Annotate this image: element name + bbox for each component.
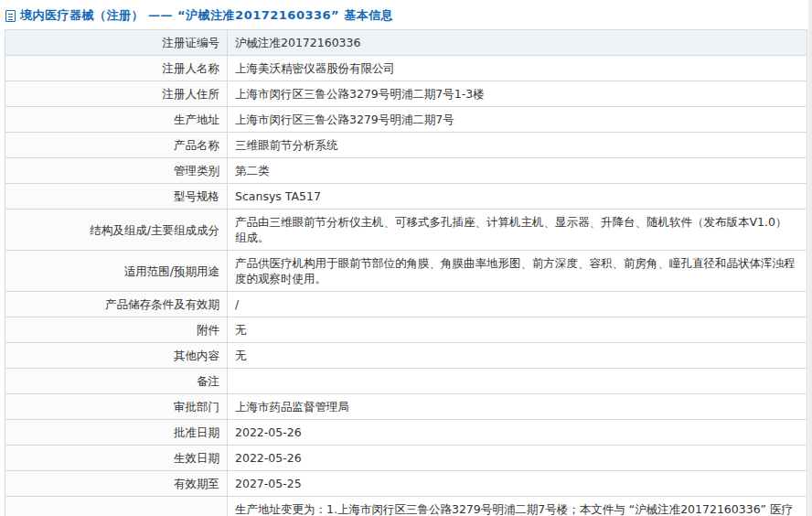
row-label: 生效日期 <box>5 446 228 471</box>
row-label: 管理类别 <box>5 158 228 184</box>
row-value: 第二类 <box>228 158 807 184</box>
registration-info-page: 境内医疗器械（注册） —— “沪械注准20172160336” 基本信息 注册证… <box>0 0 808 516</box>
table-row: 注册人名称上海美沃精密仪器股份有限公司 <box>5 56 807 81</box>
viewport: 境内医疗器械（注册） —— “沪械注准20172160336” 基本信息 注册证… <box>0 0 812 516</box>
row-label: 变更情况 <box>5 497 228 516</box>
row-label: 适用范围/预期用途 <box>5 251 228 292</box>
page-title: 境内医疗器械（注册） —— “沪械注准20172160336” 基本信息 <box>20 7 393 24</box>
row-value: 无 <box>228 317 807 343</box>
row-value: 2022-05-26 <box>228 420 807 446</box>
row-label: 注册人名称 <box>5 56 228 81</box>
row-label: 备注 <box>5 369 228 394</box>
row-value: 三维眼前节分析系统 <box>228 133 807 158</box>
page-header: 境内医疗器械（注册） —— “沪械注准20172160336” 基本信息 <box>0 0 808 29</box>
row-label: 附件 <box>5 317 228 343</box>
table-row: 变更情况生产地址变更为：1.上海市闵行区三鲁公路3279号明浦二期7号楼；本文件… <box>5 497 807 516</box>
row-label: 有效期至 <box>5 471 228 497</box>
row-value: / <box>228 292 807 317</box>
row-value: 2027-05-25 <box>228 471 807 497</box>
table-row: 备注 <box>5 369 807 394</box>
row-value <box>228 369 807 394</box>
table-row: 产品名称三维眼前节分析系统 <box>5 133 807 158</box>
table-row: 注册人住所上海市闵行区三鲁公路3279号明浦二期7号1-3楼 <box>5 81 807 107</box>
row-label: 其他内容 <box>5 343 228 369</box>
table-row: 产品储存条件及有效期/ <box>5 292 807 317</box>
row-label: 审批部门 <box>5 394 228 420</box>
table-row: 结构及组成/主要组成成分产品由三维眼前节分析仪主机、可移式多孔插座、计算机主机、… <box>5 210 807 251</box>
row-value: 产品供医疗机构用于眼前节部位的角膜、角膜曲率地形图、前方深度、容积、前房角、瞳孔… <box>228 251 807 292</box>
row-value: 无 <box>228 343 807 369</box>
table-row: 附件无 <box>5 317 807 343</box>
table-row: 生效日期2022-05-26 <box>5 446 807 471</box>
document-icon <box>5 10 16 22</box>
row-value: 产品由三维眼前节分析仪主机、可移式多孔插座、计算机主机、显示器、升降台、随机软件… <box>228 210 807 251</box>
row-label: 生产地址 <box>5 107 228 133</box>
row-value: 上海市闵行区三鲁公路3279号明浦二期7号1-3楼 <box>228 81 807 107</box>
row-value: 上海市药品监督管理局 <box>228 394 807 420</box>
table-row: 型号规格Scansys TA517 <box>5 184 807 210</box>
table-row: 其他内容无 <box>5 343 807 369</box>
row-value: 2022-05-26 <box>228 446 807 471</box>
row-value: Scansys TA517 <box>228 184 807 210</box>
table-row: 适用范围/预期用途产品供医疗机构用于眼前节部位的角膜、角膜曲率地形图、前方深度、… <box>5 251 807 292</box>
table-row: 管理类别第二类 <box>5 158 807 184</box>
row-label: 型号规格 <box>5 184 228 210</box>
row-label: 批准日期 <box>5 420 228 446</box>
row-value: 上海市闵行区三鲁公路3279号明浦二期7号 <box>228 107 807 133</box>
row-value: 上海美沃精密仪器股份有限公司 <box>228 56 807 81</box>
table-row: 审批部门上海市药品监督管理局 <box>5 394 807 420</box>
table-row: 注册证编号沪械注准20172160336 <box>5 30 807 56</box>
table-row: 有效期至2027-05-25 <box>5 471 807 497</box>
row-label: 注册证编号 <box>5 30 228 56</box>
table-row: 生产地址上海市闵行区三鲁公路3279号明浦二期7号 <box>5 107 807 133</box>
row-value: 沪械注准20172160336 <box>228 30 807 56</box>
row-label: 产品名称 <box>5 133 228 158</box>
row-label: 产品储存条件及有效期 <box>5 292 228 317</box>
info-table: 注册证编号沪械注准20172160336注册人名称上海美沃精密仪器股份有限公司注… <box>5 29 807 516</box>
row-label: 注册人住所 <box>5 81 228 107</box>
table-row: 批准日期2022-05-26 <box>5 420 807 446</box>
row-value: 生产地址变更为：1.上海市闵行区三鲁公路3279号明浦二期7号楼；本文件与 “沪… <box>228 497 807 516</box>
row-label: 结构及组成/主要组成成分 <box>5 210 228 251</box>
